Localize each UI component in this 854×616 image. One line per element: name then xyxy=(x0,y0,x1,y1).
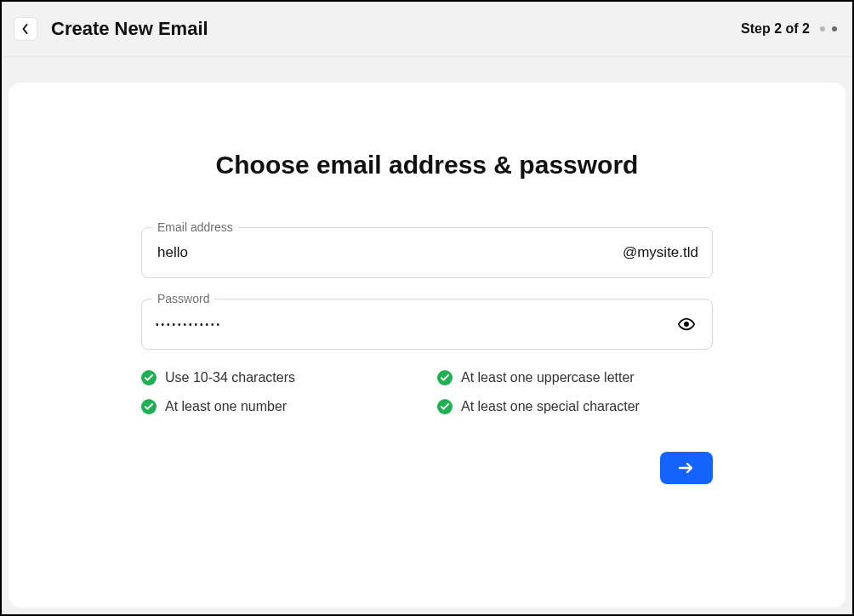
step-indicator-text: Step 2 of 2 xyxy=(741,21,810,37)
toggle-password-visibility-button[interactable] xyxy=(675,312,698,336)
requirement-item: Use 10-34 characters xyxy=(141,370,417,385)
actions-row xyxy=(141,452,713,484)
password-input[interactable]: •••••••••••• xyxy=(156,320,675,329)
svg-point-0 xyxy=(684,322,689,327)
step-dot xyxy=(820,26,825,31)
step-dot xyxy=(832,26,837,31)
email-field: Email address @mysite.tld xyxy=(141,227,713,278)
content-area: Choose email address & password Email ad… xyxy=(2,57,852,614)
email-domain-suffix: @mysite.tld xyxy=(616,244,698,261)
email-field-inner: @mysite.tld xyxy=(142,228,712,277)
next-button[interactable] xyxy=(660,452,713,484)
requirement-text: At least one special character xyxy=(461,399,640,414)
form: Choose email address & password Email ad… xyxy=(141,151,713,484)
requirement-text: At least one uppercase letter xyxy=(461,370,635,385)
password-field-inner: •••••••••••• xyxy=(142,299,712,349)
app-frame: Create New Email Step 2 of 2 Choose emai… xyxy=(0,0,854,616)
requirement-text: Use 10-34 characters xyxy=(165,370,295,385)
check-circle-icon xyxy=(437,399,453,414)
back-button[interactable] xyxy=(14,17,37,41)
email-label: Email address xyxy=(152,220,238,234)
header-left: Create New Email xyxy=(14,17,208,41)
header: Create New Email Step 2 of 2 xyxy=(2,2,852,57)
card: Choose email address & password Email ad… xyxy=(9,83,845,607)
form-heading: Choose email address & password xyxy=(141,151,713,180)
password-requirements: Use 10-34 characters At least one upperc… xyxy=(141,370,713,414)
page-title: Create New Email xyxy=(51,18,208,40)
check-circle-icon xyxy=(141,370,157,385)
step-dots xyxy=(820,26,837,31)
check-circle-icon xyxy=(437,370,453,385)
requirement-item: At least one uppercase letter xyxy=(437,370,713,385)
arrow-right-icon xyxy=(678,462,695,474)
email-input[interactable] xyxy=(156,228,616,277)
header-right: Step 2 of 2 xyxy=(741,21,837,37)
requirement-text: At least one number xyxy=(165,399,287,414)
chevron-left-icon xyxy=(22,24,29,34)
password-label: Password xyxy=(152,292,214,305)
requirement-item: At least one special character xyxy=(437,399,713,414)
requirement-item: At least one number xyxy=(141,399,417,414)
check-circle-icon xyxy=(141,399,157,414)
password-field: Password •••••••••••• xyxy=(141,299,713,350)
eye-icon xyxy=(677,315,696,334)
